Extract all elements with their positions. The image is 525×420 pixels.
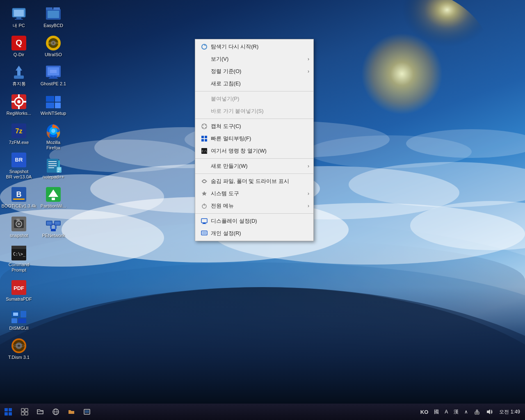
separator-3 xyxy=(195,158,313,159)
svg-rect-98 xyxy=(55,221,60,225)
svg-point-78 xyxy=(51,129,55,133)
icon-mypc-label: 내 PC xyxy=(13,23,25,28)
personalize-icon xyxy=(200,229,208,237)
tray-chevron[interactable]: ∧ xyxy=(463,408,470,415)
menu-item-power[interactable]: 전원 메뉴 › xyxy=(195,200,313,212)
svg-rect-89 xyxy=(57,171,59,172)
svg-rect-82 xyxy=(48,165,57,166)
svg-rect-103 xyxy=(201,136,204,138)
icon-ghost[interactable]: GhostPE 2.1 xyxy=(39,62,68,88)
icon-snapshot2-label: snapshot xyxy=(10,233,28,238)
svg-rect-117 xyxy=(5,408,8,411)
tray-ime-han[interactable]: 漢 xyxy=(452,408,460,416)
svg-rect-91 xyxy=(52,198,55,200)
svg-rect-88 xyxy=(57,169,61,170)
icon-penet[interactable]: PENetwork xyxy=(39,214,68,240)
menu-item-refresh2[interactable]: 새로 고침(E) xyxy=(195,78,313,90)
menu-item-paste[interactable]: 붙여넣기(P) xyxy=(195,93,313,105)
tray-ime-guk[interactable]: 國 xyxy=(432,408,441,416)
tray-volume[interactable] xyxy=(484,408,494,416)
task-view-button[interactable] xyxy=(17,404,32,419)
menu-item-view[interactable]: 보기(V) › xyxy=(195,53,313,65)
menu-item-refresh[interactable]: 탐색기 다시 시작(R) xyxy=(195,41,313,53)
svg-rect-39 xyxy=(13,199,25,200)
icon-regworks[interactable]: RegWorks... xyxy=(4,92,34,118)
svg-rect-123 xyxy=(21,412,24,415)
svg-point-67 xyxy=(52,42,54,44)
svg-rect-31 xyxy=(11,101,15,103)
icon-winnt[interactable]: WinNTSetup xyxy=(39,92,68,118)
app-button[interactable] xyxy=(80,404,94,419)
cmd-here-icon: C:\ xyxy=(200,147,208,155)
icon-partition-label: PartitionWi... xyxy=(41,203,66,209)
icon-dism-label: DISMGUI xyxy=(9,326,28,331)
svg-rect-119 xyxy=(5,412,8,415)
icon-dism[interactable]: DISMGUI xyxy=(4,307,34,333)
tray-ime-a[interactable]: A xyxy=(443,408,450,415)
svg-rect-122 xyxy=(25,409,28,411)
desktop: 내 PC Q Q-Dir 휴지통 xyxy=(0,0,525,404)
svg-rect-113 xyxy=(203,223,205,224)
new-arrow: › xyxy=(308,163,309,169)
svg-text:7z: 7z xyxy=(16,128,23,135)
tray-lang-ko[interactable]: KO xyxy=(419,408,430,416)
icon-notepad-label: notepad++ xyxy=(43,174,64,180)
icon-bootice[interactable]: B BOOTICEv1.3.4k xyxy=(4,185,34,210)
file-explorer-button[interactable] xyxy=(33,404,48,419)
paste-shortcut-icon xyxy=(200,107,208,115)
menu-item-cmd-here[interactable]: C:\ 여기서 명령 창 열기(W) xyxy=(195,145,313,157)
icon-snapshot2[interactable]: snapshot xyxy=(4,214,34,240)
tray-clock[interactable]: 오전 1:49 xyxy=(497,408,523,416)
menu-item-multiboot[interactable]: 빠른 멀티부팅(F) xyxy=(195,132,313,145)
icon-mypc[interactable]: 내 PC xyxy=(4,4,34,30)
menu-item-hidden[interactable]: 숨김 파일, 폴더 및 드라이브 표시 xyxy=(195,175,313,187)
icon-cmd-label: Command Prompt xyxy=(6,262,32,273)
icon-pdf[interactable]: PDF SumatraPDF xyxy=(4,278,34,304)
svg-rect-61 xyxy=(48,11,59,18)
svg-point-1 xyxy=(0,221,525,404)
svg-marker-84 xyxy=(58,159,60,160)
refresh2-icon xyxy=(200,80,208,88)
start-button[interactable] xyxy=(0,404,16,420)
view-arrow: › xyxy=(308,56,309,62)
icon-firefox[interactable]: Mozilla Firefox xyxy=(39,121,68,152)
svg-rect-21 xyxy=(16,17,21,19)
sort-arrow: › xyxy=(308,68,309,74)
system-tools-arrow: › xyxy=(308,191,309,196)
browser-button[interactable] xyxy=(48,404,63,419)
menu-item-personalize[interactable]: 개인 설정(R) xyxy=(195,227,313,240)
icon-cmd[interactable]: C:\>_ Command Prompt xyxy=(4,243,34,274)
icon-pdf-label: SumatraPDF xyxy=(6,297,32,302)
icon-notepad[interactable]: notepad++ xyxy=(39,155,68,181)
svg-rect-25 xyxy=(14,75,24,79)
menu-item-sort[interactable]: 정렬 기준(O) › xyxy=(195,65,313,78)
svg-rect-53 xyxy=(18,318,26,323)
tray-network[interactable] xyxy=(472,408,482,416)
svg-point-11 xyxy=(349,162,525,207)
svg-rect-52 xyxy=(11,318,17,323)
view-icon xyxy=(200,55,208,63)
icon-snapshot[interactable]: BR Snapshot BR ver13.0A xyxy=(4,150,34,181)
icon-winnt-label: WinNTSetup xyxy=(41,111,66,116)
icon-ultraiso[interactable]: UltraISO xyxy=(39,33,68,59)
svg-rect-118 xyxy=(9,408,12,411)
icon-7zfm-label: 7zFM.exe xyxy=(9,140,29,145)
icon-7zfm[interactable]: 7z 7zFM.exe xyxy=(4,121,34,147)
icon-recycle[interactable]: 휴지통 xyxy=(4,62,34,88)
icon-tidism[interactable]: T.Dism 3.1 xyxy=(4,336,34,362)
menu-item-new[interactable]: 새로 만들기(W) › xyxy=(195,160,313,172)
svg-rect-74 xyxy=(46,103,54,108)
svg-rect-54 xyxy=(13,313,18,316)
menu-item-system-tools[interactable]: 시스템 도구 › xyxy=(195,187,313,200)
icon-easybcd[interactable]: EasyBCD xyxy=(39,4,68,30)
menu-item-display[interactable]: 디스플레이 설정(D) xyxy=(195,215,313,227)
menu-item-capture[interactable]: 캡쳐 도구(C) xyxy=(195,120,313,132)
menu-item-paste-shortcut[interactable]: 바로 가기 붙여넣기(S) xyxy=(195,105,313,117)
svg-rect-96 xyxy=(55,226,57,229)
icon-partition[interactable]: PartitionWi... xyxy=(39,185,68,210)
svg-rect-63 xyxy=(53,7,60,10)
icon-qdir[interactable]: Q Q-Dir xyxy=(4,33,34,59)
folder-button[interactable] xyxy=(64,404,79,419)
svg-point-0 xyxy=(312,0,492,135)
icon-regworks-label: RegWorks... xyxy=(7,111,31,116)
